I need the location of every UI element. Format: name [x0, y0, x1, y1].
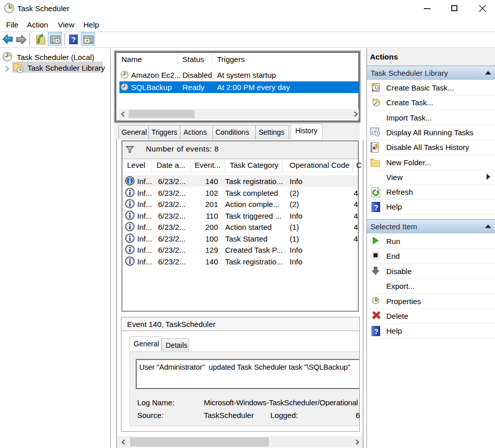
svg-text:!: !: [376, 144, 377, 147]
svg-text:?: ?: [374, 203, 378, 212]
svg-text:?: ?: [374, 327, 378, 336]
svg-text:?: ?: [71, 35, 76, 44]
